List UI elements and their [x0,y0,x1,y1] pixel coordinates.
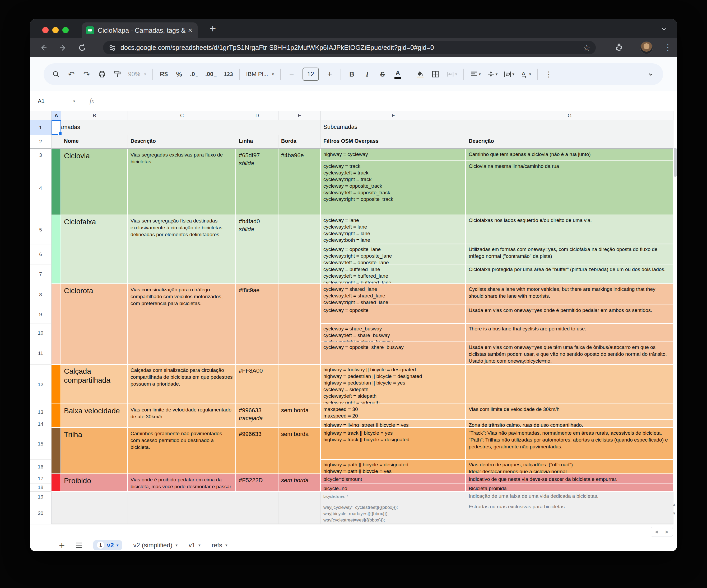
cell-linha-ciclorota[interactable]: #f8c9ae [236,284,278,365]
cell-filters-r9[interactable]: cycleway = opposite [321,305,466,324]
cell-filters-r17[interactable]: bicycle=dismount [321,474,466,483]
cell-subdesc-r5[interactable]: Ciclofaixas nos lados esquerdo e/ou dire… [466,215,673,245]
cell-filters-r19[interactable]: bicycle:lanes=* [321,492,466,502]
fill-color-button[interactable] [415,68,425,80]
cell-header-nome[interactable]: Nome [61,135,128,149]
cell-subdesc-r4[interactable]: Ciclovia na mesma linha/caminho da rua [466,161,673,215]
row-header-4[interactable]: 4 [30,161,52,215]
cell-c20[interactable] [128,502,236,524]
scroll-down-icon[interactable]: ▼ [671,510,677,517]
cell-a20[interactable] [52,502,61,524]
cell-e20[interactable] [278,502,321,524]
cell-c19[interactable] [128,492,236,502]
reload-button[interactable] [76,42,88,53]
column-header-e[interactable]: E [278,111,321,120]
cell-filters-r11[interactable]: cycleway = opposite_share_busway [321,342,466,365]
column-header-g[interactable]: G [466,111,673,120]
column-header-b[interactable]: B [61,111,128,120]
stripe-ciclorota[interactable] [52,284,61,365]
cell-name-ciclofaixa[interactable]: Ciclofaixa [61,215,128,284]
sheet-tab-v1[interactable]: v1 ▾ [189,542,201,549]
sheet-tab-menu-icon[interactable]: ▾ [198,543,201,548]
increase-font-size-button[interactable]: + [325,68,334,80]
cell-subdesc-r18[interactable]: Bicicleta proibida [466,483,673,492]
cell-subdesc-r17[interactable]: Indicativo de que nesta via deve-se desc… [466,474,673,483]
row-header-1[interactable]: 1 [30,120,52,135]
name-box[interactable]: A1 [30,98,69,104]
row-header-17[interactable]: 17 [30,474,52,483]
stripe-trilha[interactable] [52,428,61,474]
cell-subdesc-r7[interactable]: Ciclofaixa protegida por uma área de "bu… [466,264,673,284]
row-header-10[interactable]: 10 [30,324,52,342]
column-header-f[interactable]: F [321,111,466,120]
stripe-calcada-compartilhada[interactable] [52,365,61,404]
site-info-icon[interactable] [108,44,116,52]
grid-corner[interactable] [30,111,52,120]
row-header-6[interactable]: 6 [30,245,52,264]
stripe-proibido[interactable] [52,474,61,492]
more-toolbar-options-icon[interactable]: ⋮ [544,68,553,80]
cell-subdesc-r10[interactable]: There is a bus lane that cyclists are pe… [466,324,673,342]
active-cell-selection[interactable] [52,120,61,135]
row-header-15[interactable]: 15 [30,428,52,460]
horizontal-scroll-controls[interactable]: ◀ ▶ [651,527,673,537]
text-rotation-button[interactable]: A ▾ [521,68,531,80]
redo-icon[interactable]: ↷ [82,68,91,80]
cell-desc-trilha[interactable]: Caminhos geralmente não pavimentados com… [128,428,236,474]
cell-borda-ciclorota[interactable] [278,284,321,365]
sheet-tab-menu-icon[interactable]: ▾ [225,543,228,548]
cell-b19[interactable] [61,492,128,502]
bookmark-star-icon[interactable]: ☆ [583,43,591,53]
cell-subdesc-r6[interactable]: Utilizadas em formas com oneway=yes, com… [466,245,673,264]
cell-filters-r13[interactable]: maxspeed = 30maxspeed = 20 [321,404,466,420]
row-header-2[interactable]: 2 [30,135,52,149]
cell-subdesc-r15[interactable]: "Track": Vias não pavimentadas, normalme… [466,428,673,460]
cell-subdesc-r12[interactable] [466,365,673,404]
cell-desc-proibido[interactable]: Vias onde é proibido pedalar em cima da … [128,474,236,492]
row-header-11[interactable]: 11 [30,342,52,365]
number-format-button[interactable]: 123 [224,68,233,80]
cell-filters-r16[interactable]: highway = path || bicycle = designatedhi… [321,460,466,474]
cell-filters-r14[interactable]: highway = living_street || bicycle = yes [321,420,466,428]
sheet-tab-v2[interactable]: 1 v2 ▾ [93,540,122,550]
cell-header-linha[interactable]: Linha [236,135,278,149]
row-header-19[interactable]: 19 [30,492,52,502]
cell-name-baixa-velocidade[interactable]: Baixa velocidade [61,404,128,428]
row-header-18[interactable]: 18 [30,483,52,492]
cell-linha-proibido[interactable]: #F5222D [236,474,278,492]
scroll-right-icon[interactable]: ▶ [666,529,669,534]
text-wrap-button[interactable]: ▾ [504,68,514,80]
cell-linha-baixa-velocidade[interactable]: #996633tracejada [236,404,278,428]
cell-name-ciclorota[interactable]: Ciclorota [61,284,128,365]
cell-e19[interactable] [278,492,321,502]
window-minimize-button[interactable] [52,27,59,33]
row-header-8[interactable]: 8 [30,284,52,305]
vertical-scrollbar[interactable] [674,148,677,177]
cell-header-descricao2[interactable]: Descrição [466,135,673,149]
row-header-5[interactable]: 5 [30,215,52,245]
cell-linha-ciclovia[interactable]: #65df97sólida [236,149,278,215]
horizontal-align-button[interactable]: ▾ [470,68,481,80]
sheet-tab-v2-simplified[interactable]: v2 (simplified) ▾ [133,542,177,549]
cell-borda-calcada-compartilhada[interactable] [278,365,321,404]
all-sheets-icon[interactable] [76,543,82,548]
cell-subdesc-r13[interactable]: Vias com limite de velocidade de 30km/h [466,404,673,420]
font-select[interactable]: IBM Pl... ▾ [246,68,274,80]
row-header-9[interactable]: 9 [30,305,52,324]
cell-filters-r12[interactable]: highway = footway || bicycle = designate… [321,365,466,404]
back-button[interactable] [38,42,49,53]
cell-filters-r18[interactable]: bicycle=no [321,483,466,492]
row-header-14[interactable]: 14 [30,420,52,428]
row-header-16[interactable]: 16 [30,460,52,474]
cell-linha-ciclofaixa[interactable]: #b4fad0sólida [236,215,278,284]
row-header-20[interactable]: 20 [30,502,52,524]
bold-button[interactable]: B [347,68,357,80]
window-close-button[interactable] [42,27,48,33]
cell-borda-proibido[interactable]: sem borda [278,474,321,492]
cell-d19[interactable] [236,492,278,502]
cell-d20[interactable] [236,502,278,524]
scroll-left-icon[interactable]: ◀ [655,529,658,534]
paint-format-icon[interactable] [113,68,122,80]
address-bar[interactable]: docs.google.com/spreadsheets/d/1grTpS1Nr… [103,41,596,54]
cell-a1-camadas[interactable]: Camadas [52,120,321,135]
